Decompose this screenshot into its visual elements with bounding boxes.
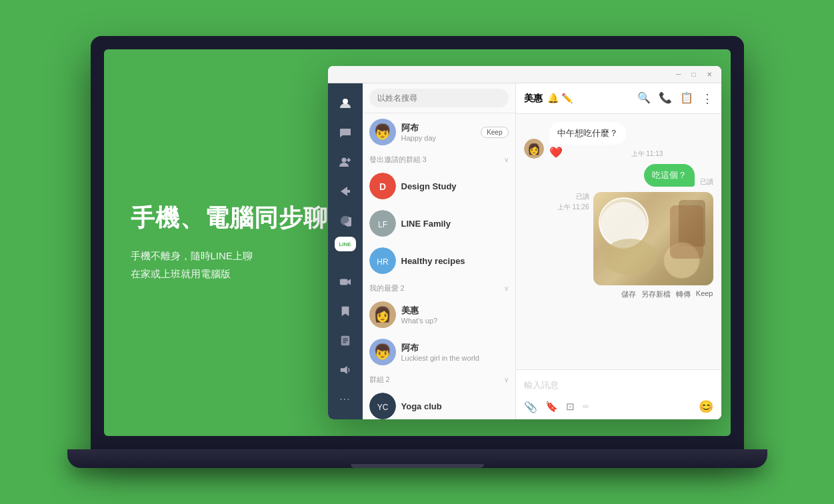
chat-item-line-family[interactable]: LF LINE Family (363, 205, 515, 242)
svg-rect-5 (339, 279, 347, 285)
section-groups-header: 群組 2 ∨ (363, 371, 515, 387)
input-placeholder: 輸入訊息 (524, 380, 559, 390)
design-study-avatar: D (369, 173, 396, 199)
img-time-label: 上午 11:26 (557, 203, 589, 212)
action-keep[interactable]: Keep (696, 289, 713, 299)
image-actions: 儲存 另存新檔 轉傳 Keep (621, 288, 713, 301)
design-study-name: Design Study (401, 181, 509, 191)
action-save[interactable]: 儲存 (621, 289, 636, 299)
msg-image-section: 已讀 上午 11:26 (524, 192, 713, 301)
sidebar-item-bookmark[interactable] (332, 298, 359, 325)
sidebar-item-line[interactable]: LINE (335, 237, 356, 251)
yoga-club-name: Yoga club (401, 401, 509, 411)
sidebar-item-more[interactable]: ··· (332, 386, 359, 413)
close-button[interactable]: ✕ (704, 69, 715, 79)
keep-badge[interactable]: Keep (481, 127, 508, 138)
line-family-name: LINE Family (401, 219, 509, 229)
chat-item-design-study[interactable]: D Design Study (363, 167, 515, 205)
food-image (593, 192, 713, 285)
minimize-button[interactable]: ─ (673, 69, 683, 79)
sidebar-item-video[interactable] (332, 269, 359, 295)
image-message (593, 192, 713, 285)
chat-item-abu[interactable]: 👦 阿布 Luckiest girl in the world (363, 333, 515, 371)
line-family-info: LINE Family (401, 219, 509, 229)
maximize-button[interactable]: □ (689, 69, 698, 79)
abu-avatar: 👦 (369, 119, 396, 145)
svg-point-0 (343, 99, 348, 104)
abu2-avatar: 👦 (369, 339, 396, 365)
laptop-wrapper: 手機、電腦同步聊 手機不離身，隨時LINE上聊 在家或上班就用電腦版 ─ □ (51, 25, 784, 479)
title-bar: ─ □ ✕ (328, 66, 721, 83)
yoga-club-avatar: YC (369, 393, 396, 419)
hero-title: 手機、電腦同步聊 (131, 203, 328, 234)
crop-icon[interactable]: ⊡ (566, 401, 575, 413)
hero-text-section: 手機、電腦同步聊 手機不離身，隨時LINE上聊 在家或上班就用電腦版 (131, 203, 328, 283)
sidebar-icons: LINE (328, 83, 363, 419)
sidebar-item-profile[interactable] (332, 90, 359, 117)
abu2-name: 阿布 (401, 342, 509, 354)
sidebar-item-add-friends[interactable] (332, 149, 359, 175)
laptop-base (67, 449, 767, 468)
svg-text:YC: YC (377, 403, 388, 412)
msg-bubble-1: 中午想吃什麼？ (549, 122, 626, 145)
sidebar-item-speaker[interactable] (332, 357, 359, 383)
msg-content-1: 中午想吃什麼？ ❤️ (549, 122, 626, 159)
msg-emoji-1: ❤️ (549, 146, 626, 159)
emoji-icon[interactable]: 😊 (699, 399, 713, 414)
msg-read-label-1: 已讀 (700, 177, 713, 187)
svg-text:LF: LF (377, 220, 387, 229)
line-family-avatar: LF (369, 210, 396, 237)
toolbar-divider: ✏ (583, 402, 589, 411)
sidebar-item-chat[interactable] (332, 119, 359, 146)
section-groups-chevron[interactable]: ∨ (504, 376, 509, 383)
line-app-mockup: ─ □ ✕ (328, 66, 721, 419)
chat-input-box[interactable]: 輸入訊息 (524, 375, 713, 395)
chat-area: 美惠 🔔 ✏️ 🔍 📞 📋 ⋮ (516, 83, 721, 419)
meihui-name: 美惠 (401, 305, 509, 317)
chat-item-abu-pinned[interactable]: 👦 阿布 Happy day Keep (363, 113, 515, 151)
section-invited-header: 發出邀請的群組 3 ∨ (363, 151, 515, 167)
sidebar-item-share[interactable] (332, 178, 359, 205)
attach-icon[interactable]: 📎 (524, 401, 537, 413)
app-body: LINE (328, 83, 721, 419)
action-forward[interactable]: 轉傳 (676, 289, 691, 299)
svg-marker-11 (340, 366, 347, 375)
title-bar-controls: ─ □ ✕ (673, 69, 714, 79)
search-bar (363, 83, 515, 113)
svg-text:HR: HR (377, 257, 389, 267)
video-call-icon[interactable]: 📋 (680, 91, 693, 106)
msg-image-meta: 已讀 上午 11:26 (557, 192, 589, 212)
section-invited-chevron[interactable]: ∨ (504, 156, 509, 163)
healthy-recipes-avatar: HR (369, 247, 396, 274)
svg-marker-4 (341, 187, 350, 196)
img-read-label: 已讀 (576, 192, 589, 201)
msg-row-incoming-1: 👩 中午想吃什麼？ ❤️ 上午 11:13 (524, 122, 713, 159)
chat-item-yoga-club[interactable]: YC Yoga club (363, 387, 515, 419)
sidebar-item-moon[interactable] (332, 207, 359, 234)
chat-item-healthy-recipes[interactable]: HR Healthy recipes (363, 242, 515, 279)
search-input[interactable] (369, 89, 509, 107)
action-save-as[interactable]: 另存新檔 (641, 289, 671, 299)
laptop-screen: 手機、電腦同步聊 手機不離身，隨時LINE上聊 在家或上班就用電腦版 ─ □ (104, 49, 731, 436)
msg-image-row: 已讀 上午 11:26 (557, 192, 713, 285)
svg-point-1 (341, 158, 346, 163)
hero-subtitle: 手機不離身，隨時LINE上聊 在家或上班就用電腦版 (131, 247, 328, 283)
meihui-preview: What's up? (401, 317, 509, 325)
sidebar-bottom-icons: ··· (332, 269, 359, 419)
bookmark-toolbar-icon[interactable]: 🔖 (545, 401, 558, 413)
chat-toolbar: 📎 🔖 ⊡ ✏ 😊 (524, 395, 713, 414)
abu2-preview: Luckiest girl in the world (401, 354, 509, 362)
abu-chat-info: 阿布 Happy day (401, 122, 476, 142)
sidebar-item-notes[interactable] (332, 327, 359, 354)
healthy-recipes-info: Healthy recipes (401, 256, 509, 266)
abu-preview: Happy day (401, 134, 476, 142)
healthy-recipes-name: Healthy recipes (401, 256, 509, 266)
design-study-info: Design Study (401, 181, 509, 191)
more-options-icon[interactable]: ⋮ (701, 91, 713, 106)
call-icon[interactable]: 📞 (659, 91, 672, 106)
search-chat-icon[interactable]: 🔍 (637, 91, 651, 106)
chat-input-area: 輸入訊息 📎 🔖 ⊡ ✏ 😊 (516, 369, 721, 419)
section-favorites-chevron[interactable]: ∨ (504, 285, 509, 292)
chat-item-meihui[interactable]: 👩 美惠 What's up? (363, 296, 515, 333)
meihui-avatar: 👩 (369, 301, 396, 328)
